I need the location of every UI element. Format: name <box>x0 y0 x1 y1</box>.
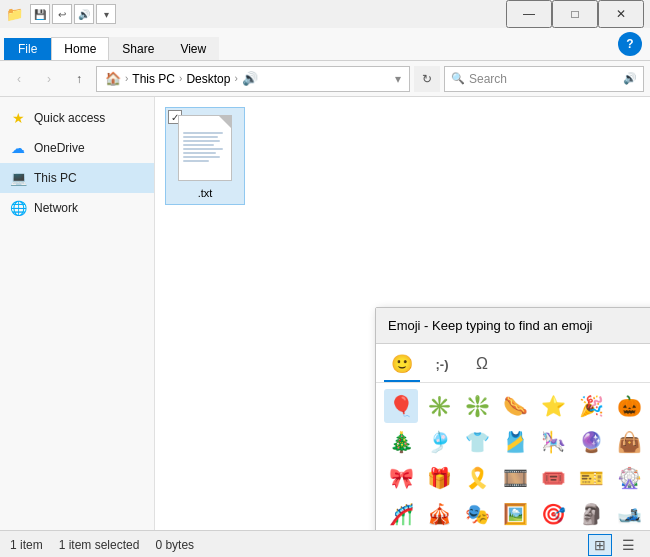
path-thispc: This PC <box>132 72 175 86</box>
emoji-cell[interactable]: 🎐 <box>422 425 456 459</box>
emoji-cell[interactable]: ✳️ <box>422 389 456 423</box>
emoji-dialog: Emoji - Keep typing to find an emoji ✕ 🙂… <box>375 307 650 530</box>
selected-count: 1 item selected <box>59 538 140 552</box>
emoji-cell[interactable]: 🎫 <box>574 461 608 495</box>
tab-share[interactable]: Share <box>109 37 167 60</box>
path-separator-2: › <box>179 73 182 84</box>
path-home-icon: 🏠 <box>105 71 121 86</box>
emoji-cell[interactable]: 🎀 <box>384 461 418 495</box>
qs-dropdown[interactable]: ▾ <box>96 4 116 24</box>
close-button[interactable]: ✕ <box>598 0 644 28</box>
txt-file-icon <box>178 115 232 181</box>
sidebar-item-label: This PC <box>34 171 77 185</box>
window-controls: — □ ✕ <box>506 0 644 28</box>
sidebar: ★ Quick access ☁ OneDrive 💻 This PC 🌐 Ne… <box>0 97 155 530</box>
properties-button[interactable]: 🔊 <box>74 4 94 24</box>
title-bar: 📁 💾 ↩ 🔊 ▾ — □ ✕ <box>0 0 650 28</box>
emoji-cell[interactable]: 🔮 <box>574 425 608 459</box>
path-separator-1: › <box>125 73 128 84</box>
emoji-tabs: 🙂 ;-) Ω <box>376 344 650 383</box>
minimize-button[interactable]: — <box>506 0 552 28</box>
emoji-cell[interactable]: 🎯 <box>536 497 570 530</box>
cloud-icon: ☁ <box>10 140 26 156</box>
emoji-cell[interactable]: 🌭 <box>498 389 532 423</box>
emoji-cell[interactable]: 🎿 <box>612 497 646 530</box>
sidebar-item-label: Network <box>34 201 78 215</box>
emoji-cell[interactable]: 🎢 <box>384 497 418 530</box>
file-area: ✓ .txt <box>155 97 650 530</box>
address-bar: ‹ › ↑ 🏠 › This PC › Desktop › 🔊 ▾ ↻ 🔍 Se… <box>0 61 650 97</box>
address-path[interactable]: 🏠 › This PC › Desktop › 🔊 ▾ <box>96 66 410 92</box>
sidebar-item-label: Quick access <box>34 111 105 125</box>
back-button[interactable]: ‹ <box>6 66 32 92</box>
path-dropdown[interactable]: ▾ <box>395 72 401 86</box>
main-content: ★ Quick access ☁ OneDrive 💻 This PC 🌐 Ne… <box>0 97 650 530</box>
emoji-cell[interactable]: 🎪 <box>422 497 456 530</box>
ribbon: File Home Share View ? <box>0 28 650 61</box>
emoji-cell[interactable]: ❇️ <box>460 389 494 423</box>
view-details-button[interactable]: ⊞ <box>588 534 612 556</box>
undo-button[interactable]: ↩ <box>52 4 72 24</box>
ribbon-tabs: File Home Share View ? <box>0 28 650 60</box>
forward-button[interactable]: › <box>36 66 62 92</box>
file-size: 0 bytes <box>155 538 194 552</box>
maximize-button[interactable]: □ <box>552 0 598 28</box>
emoji-grid: 🎈✳️❇️🌭⭐🎉🎃🎁🎄🎐👕🎽🎠🔮👜🟥🎀🎁🎗️🎞️🎟️🎫🎡🎢🎢🎪🎭🖼️🎯🗿🎿🛒🕶️… <box>376 383 650 530</box>
emoji-cell[interactable]: 🎭 <box>460 497 494 530</box>
emoji-cell[interactable]: 🗿 <box>574 497 608 530</box>
emoji-cell[interactable]: 👕 <box>460 425 494 459</box>
pc-icon: 💻 <box>10 170 26 186</box>
file-label: .txt <box>194 186 217 200</box>
file-item-txt[interactable]: ✓ .txt <box>165 107 245 205</box>
sidebar-item-label: OneDrive <box>34 141 85 155</box>
sidebar-item-this-pc[interactable]: 💻 This PC <box>0 163 154 193</box>
emoji-cell[interactable]: 🎉 <box>574 389 608 423</box>
path-separator-3: › <box>234 73 237 84</box>
path-icon: 🔊 <box>242 71 258 86</box>
emoji-cell[interactable]: 🎗️ <box>460 461 494 495</box>
search-placeholder: Search <box>469 72 507 86</box>
sidebar-item-quick-access[interactable]: ★ Quick access <box>0 103 154 133</box>
file-icon-wrapper <box>173 112 237 184</box>
emoji-cell[interactable]: ⭐ <box>536 389 570 423</box>
network-icon: 🌐 <box>10 200 26 216</box>
item-count: 1 item <box>10 538 43 552</box>
emoji-tab-omega[interactable]: Ω <box>464 350 500 382</box>
emoji-header: Emoji - Keep typing to find an emoji ✕ <box>376 308 650 344</box>
help-button[interactable]: ? <box>618 32 642 56</box>
emoji-cell[interactable]: 🎈 <box>384 389 418 423</box>
star-icon: ★ <box>10 110 26 126</box>
folder-icon: 📁 <box>6 6 22 22</box>
tab-home[interactable]: Home <box>51 37 109 60</box>
emoji-cell[interactable]: 🎡 <box>612 461 646 495</box>
emoji-cell[interactable]: 🎁 <box>422 461 456 495</box>
emoji-cell[interactable]: 🖼️ <box>498 497 532 530</box>
emoji-tab-smiley[interactable]: 🙂 <box>384 350 420 382</box>
txt-lines <box>179 116 231 168</box>
sidebar-item-onedrive[interactable]: ☁ OneDrive <box>0 133 154 163</box>
refresh-button[interactable]: ↻ <box>414 66 440 92</box>
status-bar: 1 item 1 item selected 0 bytes ⊞ ☰ <box>0 530 650 557</box>
emoji-cell[interactable]: 🎟️ <box>536 461 570 495</box>
quick-save-buttons: 💾 ↩ 🔊 ▾ <box>30 4 116 24</box>
path-desktop: Desktop <box>186 72 230 86</box>
sidebar-item-network[interactable]: 🌐 Network <box>0 193 154 223</box>
emoji-tab-text[interactable]: ;-) <box>424 350 460 382</box>
emoji-cell[interactable]: 👜 <box>612 425 646 459</box>
emoji-title: Emoji - Keep typing to find an emoji <box>388 318 593 333</box>
emoji-cell[interactable]: 🎄 <box>384 425 418 459</box>
emoji-cell[interactable]: 🎃 <box>612 389 646 423</box>
tab-view[interactable]: View <box>167 37 219 60</box>
emoji-cell[interactable]: 🎠 <box>536 425 570 459</box>
save-button[interactable]: 💾 <box>30 4 50 24</box>
emoji-cell[interactable]: 🎽 <box>498 425 532 459</box>
view-list-button[interactable]: ☰ <box>616 534 640 556</box>
search-box[interactable]: 🔍 Search 🔊 <box>444 66 644 92</box>
up-button[interactable]: ↑ <box>66 66 92 92</box>
view-buttons: ⊞ ☰ <box>588 534 640 556</box>
search-suffix-icon: 🔊 <box>623 72 637 85</box>
emoji-cell[interactable]: 🎞️ <box>498 461 532 495</box>
search-icon: 🔍 <box>451 72 465 85</box>
tab-file[interactable]: File <box>4 38 51 60</box>
